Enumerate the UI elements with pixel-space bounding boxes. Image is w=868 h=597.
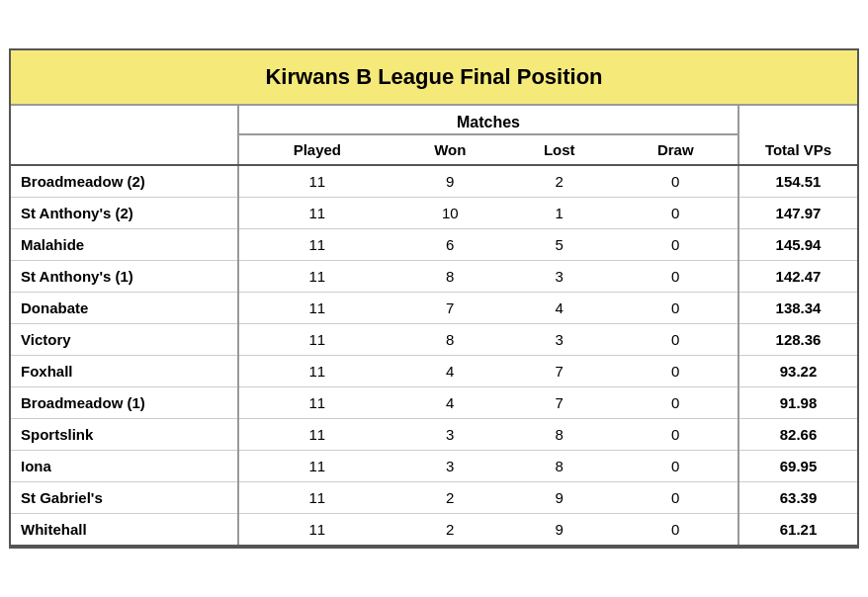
team-name-cell: Whitehall bbox=[11, 514, 238, 547]
lost-cell: 5 bbox=[505, 229, 614, 261]
draw-col-header: Draw bbox=[614, 134, 738, 165]
won-cell: 8 bbox=[395, 261, 505, 293]
draw-cell: 0 bbox=[614, 482, 738, 514]
won-cell: 8 bbox=[395, 324, 505, 356]
played-cell: 11 bbox=[238, 482, 395, 514]
played-cell: 11 bbox=[238, 451, 395, 482]
lost-cell: 8 bbox=[505, 451, 614, 482]
total-vps-cell: 145.94 bbox=[738, 229, 857, 261]
draw-cell: 0 bbox=[614, 387, 738, 419]
table-row: Sportslink1138082.66 bbox=[11, 419, 857, 451]
team-name-cell: Malahide bbox=[11, 229, 238, 261]
total-vps-cell: 61.21 bbox=[738, 514, 857, 547]
team-name-cell: Iona bbox=[11, 451, 238, 482]
draw-cell: 0 bbox=[614, 419, 738, 451]
played-col-header: Played bbox=[238, 134, 395, 165]
total-vps-cell: 142.47 bbox=[738, 261, 857, 293]
draw-cell: 0 bbox=[614, 261, 738, 293]
won-cell: 6 bbox=[395, 229, 505, 261]
lost-cell: 3 bbox=[505, 261, 614, 293]
team-name-cell: St Gabriel's bbox=[11, 482, 238, 514]
table-row: Whitehall1129061.21 bbox=[11, 514, 857, 547]
team-name-cell: Victory bbox=[11, 324, 238, 356]
total-vps-cell: 93.22 bbox=[738, 356, 857, 387]
lost-cell: 4 bbox=[505, 293, 614, 324]
team-name-cell: Foxhall bbox=[11, 356, 238, 387]
total-vps-cell: 138.34 bbox=[738, 293, 857, 324]
lost-cell: 1 bbox=[505, 198, 614, 229]
won-cell: 10 bbox=[395, 198, 505, 229]
total-vps-col-header: Total VPs bbox=[738, 134, 857, 165]
lost-cell: 7 bbox=[505, 387, 614, 419]
table-row: St Gabriel's1129063.39 bbox=[11, 482, 857, 514]
total-vps-empty-header bbox=[738, 106, 857, 134]
lost-cell: 8 bbox=[505, 419, 614, 451]
total-vps-cell: 63.39 bbox=[738, 482, 857, 514]
team-name-cell: Broadmeadow (2) bbox=[11, 165, 238, 198]
table-row: Victory11830128.36 bbox=[11, 324, 857, 356]
team-name-cell: St Anthony's (1) bbox=[11, 261, 238, 293]
lost-cell: 2 bbox=[505, 165, 614, 198]
lost-cell: 7 bbox=[505, 356, 614, 387]
played-cell: 11 bbox=[238, 229, 395, 261]
table-row: Malahide11650145.94 bbox=[11, 229, 857, 261]
lost-cell: 9 bbox=[505, 514, 614, 547]
total-vps-cell: 69.95 bbox=[738, 451, 857, 482]
table-row: Broadmeadow (2)11920154.51 bbox=[11, 165, 857, 198]
won-cell: 9 bbox=[395, 165, 505, 198]
won-cell: 4 bbox=[395, 387, 505, 419]
draw-cell: 0 bbox=[614, 514, 738, 547]
played-cell: 11 bbox=[238, 514, 395, 547]
lost-cell: 9 bbox=[505, 482, 614, 514]
table-row: St Anthony's (2)111010147.97 bbox=[11, 198, 857, 229]
empty-header-left bbox=[11, 106, 238, 134]
won-cell: 4 bbox=[395, 356, 505, 387]
team-name-cell: St Anthony's (2) bbox=[11, 198, 238, 229]
draw-cell: 0 bbox=[614, 229, 738, 261]
played-cell: 11 bbox=[238, 198, 395, 229]
draw-cell: 0 bbox=[614, 165, 738, 198]
played-cell: 11 bbox=[238, 356, 395, 387]
title-row: Kirwans B League Final Position bbox=[11, 50, 857, 106]
draw-cell: 0 bbox=[614, 324, 738, 356]
total-vps-cell: 91.98 bbox=[738, 387, 857, 419]
won-cell: 3 bbox=[395, 419, 505, 451]
won-col-header: Won bbox=[395, 134, 505, 165]
team-name-cell: Donabate bbox=[11, 293, 238, 324]
draw-cell: 0 bbox=[614, 451, 738, 482]
table-container: Kirwans B League Final Position Matches … bbox=[9, 48, 859, 549]
table-row: Iona1138069.95 bbox=[11, 451, 857, 482]
total-vps-cell: 147.97 bbox=[738, 198, 857, 229]
total-vps-cell: 82.66 bbox=[738, 419, 857, 451]
table-row: Donabate11740138.34 bbox=[11, 293, 857, 324]
matches-header: Matches bbox=[238, 106, 738, 134]
team-name-cell: Sportslink bbox=[11, 419, 238, 451]
table-row: Broadmeadow (1)1147091.98 bbox=[11, 387, 857, 419]
lost-cell: 3 bbox=[505, 324, 614, 356]
won-cell: 2 bbox=[395, 482, 505, 514]
played-cell: 11 bbox=[238, 324, 395, 356]
table-body: Broadmeadow (2)11920154.51St Anthony's (… bbox=[11, 165, 857, 546]
won-cell: 7 bbox=[395, 293, 505, 324]
draw-cell: 0 bbox=[614, 198, 738, 229]
total-vps-cell: 154.51 bbox=[738, 165, 857, 198]
column-header-row: Played Won Lost Draw Total VPs bbox=[11, 134, 857, 165]
matches-header-row: Matches bbox=[11, 106, 857, 134]
played-cell: 11 bbox=[238, 293, 395, 324]
team-col-header bbox=[11, 134, 238, 165]
draw-cell: 0 bbox=[614, 356, 738, 387]
table-row: St Anthony's (1)11830142.47 bbox=[11, 261, 857, 293]
draw-cell: 0 bbox=[614, 293, 738, 324]
played-cell: 11 bbox=[238, 419, 395, 451]
lost-col-header: Lost bbox=[505, 134, 614, 165]
played-cell: 11 bbox=[238, 387, 395, 419]
table-title: Kirwans B League Final Position bbox=[265, 64, 602, 89]
played-cell: 11 bbox=[238, 261, 395, 293]
total-vps-cell: 128.36 bbox=[738, 324, 857, 356]
won-cell: 2 bbox=[395, 514, 505, 547]
played-cell: 11 bbox=[238, 165, 395, 198]
league-table: Matches Played Won Lost Draw Total VPs B… bbox=[11, 106, 857, 547]
won-cell: 3 bbox=[395, 451, 505, 482]
table-row: Foxhall1147093.22 bbox=[11, 356, 857, 387]
team-name-cell: Broadmeadow (1) bbox=[11, 387, 238, 419]
